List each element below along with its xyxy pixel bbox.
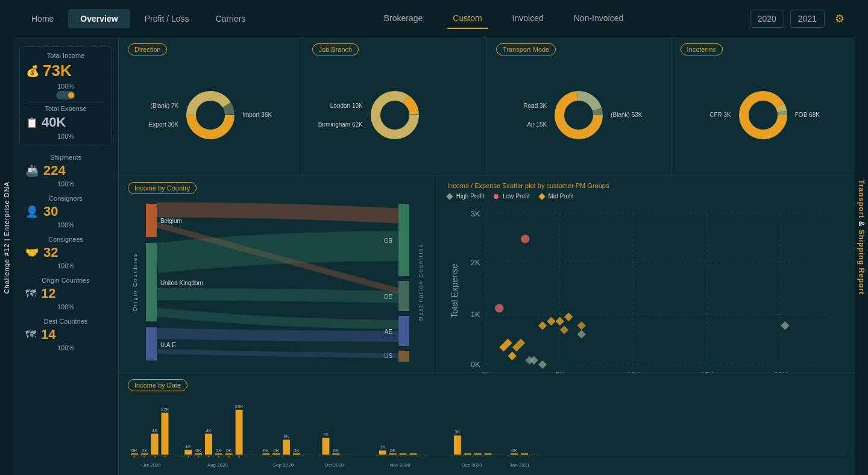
- bar-area: 0K 0K 4K 17K Jul 2020 1K 0K 4K: [128, 395, 846, 475]
- svg-marker-53: [577, 330, 586, 338]
- tab-overview[interactable]: Overview: [68, 9, 130, 28]
- nav-brokerage[interactable]: Brokerage: [378, 8, 429, 29]
- svg-text:0K: 0K: [471, 360, 480, 369]
- svg-rect-123: [485, 453, 492, 455]
- total-expense-label: Total Expense: [26, 105, 105, 112]
- direction-donut-container: (Blank) 7K Export 30K Import 36K: [128, 60, 294, 169]
- svg-text:×: ×: [164, 455, 166, 459]
- svg-rect-116: [409, 453, 417, 455]
- svg-text:×: ×: [218, 455, 220, 459]
- svg-text:0K: 0K: [333, 448, 339, 453]
- direction-labels-right: Import 36K: [237, 112, 293, 118]
- svg-text:3K: 3K: [471, 209, 480, 218]
- legend-mid-profit: Mid Profit: [539, 193, 574, 200]
- svg-rect-30: [398, 351, 409, 362]
- svg-text:4K: 4K: [206, 428, 212, 433]
- svg-text:Destination Countries: Destination Countries: [418, 244, 424, 321]
- total-income-value: 73K: [43, 61, 72, 80]
- transport-mode-donut-container: Road 3K Air 15K (Blank) 53K: [496, 60, 662, 169]
- transport-mode-donut-svg: [552, 88, 606, 142]
- svg-rect-115: [400, 453, 407, 455]
- incoterms-labels-left: CFR 3K: [681, 112, 736, 118]
- tab-profit-loss[interactable]: Profit / Loss: [133, 9, 201, 28]
- direction-donut-svg: [183, 88, 237, 142]
- svg-rect-91: [236, 410, 243, 455]
- income-toggle[interactable]: [26, 91, 105, 99]
- svg-rect-128: [521, 453, 528, 455]
- year-2021[interactable]: 2021: [790, 10, 825, 28]
- svg-point-57: [495, 304, 503, 312]
- svg-rect-22: [146, 327, 157, 360]
- nav-tabs: Home Overview Profit / Loss Carriers: [19, 9, 257, 28]
- svg-marker-55: [538, 360, 547, 369]
- svg-text:×: ×: [154, 455, 156, 459]
- direction-section: Direction (Blank) 7K Export 30K: [119, 37, 303, 175]
- svg-text:3K: 3K: [454, 430, 461, 435]
- tab-home[interactable]: Home: [19, 9, 66, 28]
- total-income-value-row: 💰 73K: [26, 61, 105, 80]
- job-branch-birmingham: Birmingham 62K: [312, 121, 363, 128]
- svg-text:0K: 0K: [131, 448, 137, 453]
- svg-text:Jul 2020: Jul 2020: [143, 462, 162, 468]
- svg-rect-99: [283, 439, 290, 455]
- stat-dest-countries: Dest Countries 🗺 14 100%: [19, 314, 112, 355]
- total-expense-value: 40K: [42, 115, 66, 130]
- nav-invoiced[interactable]: Invoiced: [506, 8, 550, 29]
- scatter-section: Income / Expense Scatter plot by custome…: [438, 176, 855, 373]
- svg-text:Total Expense: Total Expense: [450, 264, 459, 318]
- job-branch-labels-left: London 10K Birmingham 62K: [312, 102, 368, 128]
- scatter-legend: High Profit Low Profit Mid Profit: [447, 193, 846, 200]
- svg-text:0K: 0K: [390, 448, 396, 453]
- nav-custom[interactable]: Custom: [447, 8, 488, 29]
- svg-point-58: [521, 234, 529, 243]
- right-sidebar-label: Transport & Shipping Report: [855, 0, 868, 475]
- svg-rect-20: [146, 243, 157, 321]
- svg-text:Oct 2020: Oct 2020: [324, 462, 344, 468]
- total-income-icon: 💰: [26, 64, 39, 78]
- scatter-svg: 3K 2K 1K 0K 0K 5K 10K 15K 20K Total Inco: [447, 203, 846, 373]
- income-by-country-section: Income by Country Origin Countries Desti…: [119, 176, 438, 373]
- transport-mode-title: Transport Mode: [496, 43, 556, 55]
- legend-high-profit: High Profit: [447, 193, 484, 200]
- svg-rect-95: [262, 453, 269, 455]
- svg-text:×: ×: [187, 455, 189, 459]
- incoterms-title: Incoterms: [681, 43, 723, 55]
- year-2020[interactable]: 2020: [750, 10, 784, 28]
- svg-rect-122: [474, 453, 482, 455]
- svg-rect-18: [146, 204, 157, 237]
- top-navigation: Home Overview Profit / Loss Carriers Bro…: [13, 0, 855, 37]
- total-expense-value-row: 📋 40K: [26, 115, 105, 130]
- svg-text:0K: 0K: [273, 448, 279, 453]
- svg-text:0K: 0K: [263, 448, 269, 453]
- nav-right: 2020 2021 ⚙: [750, 10, 849, 28]
- svg-rect-105: [322, 438, 330, 455]
- svg-text:7K: 7K: [323, 432, 329, 437]
- filter-icon[interactable]: ⚙: [831, 10, 849, 28]
- transport-mode-section: Transport Mode Road 3K Air 15K: [487, 37, 671, 175]
- svg-text:1K: 1K: [471, 310, 480, 319]
- svg-text:6K: 6K: [283, 433, 289, 439]
- svg-text:Sep 2020: Sep 2020: [273, 462, 294, 468]
- charts-top-row: Direction (Blank) 7K Export 30K: [119, 37, 855, 176]
- svg-rect-113: [389, 453, 397, 455]
- svg-text:1K: 1K: [185, 444, 191, 449]
- svg-text:×: ×: [143, 455, 146, 459]
- incoterms-cfr-label: CFR 3K: [681, 112, 731, 118]
- incoterms-donut-svg: [736, 88, 790, 142]
- legend-low-profit: Low Profit: [494, 193, 529, 200]
- svg-rect-81: [184, 450, 192, 455]
- direction-labels-left: (Blank) 7K Export 30K: [128, 102, 183, 128]
- bar-chart-svg: 0K 0K 4K 17K Jul 2020 1K 0K 4K: [128, 395, 846, 473]
- transport-blank-label: (Blank) 53K: [611, 112, 661, 118]
- svg-text:17K: 17K: [160, 407, 169, 412]
- svg-text:20K: 20K: [235, 404, 244, 409]
- svg-text:×: ×: [207, 455, 210, 459]
- job-branch-section: Job Branch London 10K Birmingham 62K: [303, 37, 488, 175]
- nav-non-invoiced[interactable]: Non-Invoiced: [568, 8, 630, 29]
- svg-rect-121: [464, 453, 471, 455]
- svg-text:0K: 0K: [294, 448, 300, 453]
- tab-carriers[interactable]: Carriers: [204, 9, 258, 28]
- svg-point-10: [565, 102, 592, 128]
- svg-text:0K: 0K: [511, 448, 517, 453]
- stat-consignors: Consignors 👤 30 100%: [19, 191, 112, 232]
